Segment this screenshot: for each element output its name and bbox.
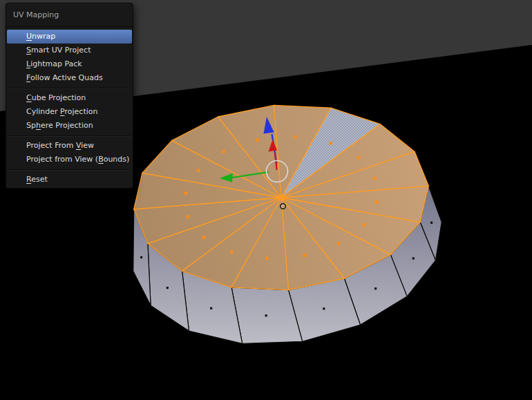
menu-separator (6, 133, 133, 139)
menu-item-smart-uv-project[interactable]: Smart UV Project (6, 44, 133, 57)
face-dot-selected (330, 142, 332, 144)
menu-item-label: Cylinder Projection (26, 107, 97, 116)
accelerator-key: R (26, 175, 31, 184)
menu-item-unwrap[interactable]: Unwrap (7, 30, 132, 44)
face-dot-selected (197, 169, 200, 171)
accelerator-key: C (26, 93, 32, 102)
menu-item-label: Unwrap (26, 32, 55, 41)
menu-item-label: Lightmap Pack (26, 59, 82, 68)
face-dot-selected (357, 156, 360, 159)
face-dot-unselected (412, 257, 415, 259)
accelerator-key: U (26, 32, 32, 41)
menu-separator (6, 85, 133, 91)
face-dot-selected (230, 251, 233, 254)
accelerator-key: B (98, 155, 104, 164)
center-vertex[interactable] (278, 195, 284, 200)
menu-item-label: Follow Active Quads (26, 73, 103, 82)
uv-mapping-menu: UV Mapping UnwrapSmart UV ProjectLightma… (6, 3, 133, 189)
face-dot-selected (373, 177, 376, 180)
accelerator-key: F (26, 73, 30, 82)
menu-item-label: Cube Projection (26, 93, 86, 102)
menu-item-sphere-projection[interactable]: Sphere Projection (6, 119, 133, 133)
menu-item-list: UnwrapSmart UV ProjectLightmap PackFollo… (6, 27, 133, 187)
menu-item-follow-active-quads[interactable]: Follow Active Quads (6, 71, 133, 85)
menu-separator (6, 166, 133, 173)
face-dot-selected (363, 223, 365, 226)
menu-item-project-from-view-bounds[interactable]: Project from View (Bounds) (6, 153, 133, 166)
face-dot-unselected (265, 314, 267, 316)
menu-item-reset[interactable]: Reset (6, 173, 133, 187)
face-dot-selected (303, 254, 306, 256)
object-origin (281, 204, 286, 209)
accelerator-key: V (76, 141, 81, 150)
menu-title: UV Mapping (6, 3, 133, 27)
menu-item-label: Project from View (Bounds) (26, 155, 129, 164)
accelerator-key: P (60, 107, 64, 116)
face-dot-unselected (323, 307, 325, 309)
accelerator-key: S (26, 46, 31, 55)
menu-item-label: Sphere Projection (26, 121, 93, 130)
face-dot-selected (294, 135, 296, 138)
menu-item-label: Reset (26, 175, 48, 184)
menu-item-cylinder-projection[interactable]: Cylinder Projection (6, 105, 133, 119)
face-dot-unselected (140, 256, 142, 258)
face-dot-unselected (430, 222, 433, 224)
accelerator-key: h (36, 121, 41, 130)
face-dot-selected (375, 200, 378, 203)
face-dot-selected (222, 150, 225, 153)
face-dot-selected (265, 257, 268, 260)
face-dot-selected (186, 216, 189, 218)
menu-item-label: Project From View (26, 141, 94, 150)
face-dot-selected (337, 242, 340, 245)
accelerator-key: L (26, 59, 30, 68)
face-dot-unselected (210, 307, 212, 309)
menu-item-label: Smart UV Project (26, 46, 91, 55)
menu-item-project-from-view[interactable]: Project From View (6, 139, 133, 153)
menu-item-lightmap-pack[interactable]: Lightmap Pack (6, 57, 133, 71)
face-dot-selected (184, 192, 187, 195)
blender-3d-viewport: UV Mapping UnwrapSmart UV ProjectLightma… (0, 0, 532, 400)
face-dot-selected (202, 236, 205, 239)
face-dot-selected (256, 138, 259, 141)
face-dot-unselected (167, 287, 169, 289)
face-dot-unselected (374, 287, 377, 289)
menu-item-cube-projection[interactable]: Cube Projection (6, 91, 133, 105)
